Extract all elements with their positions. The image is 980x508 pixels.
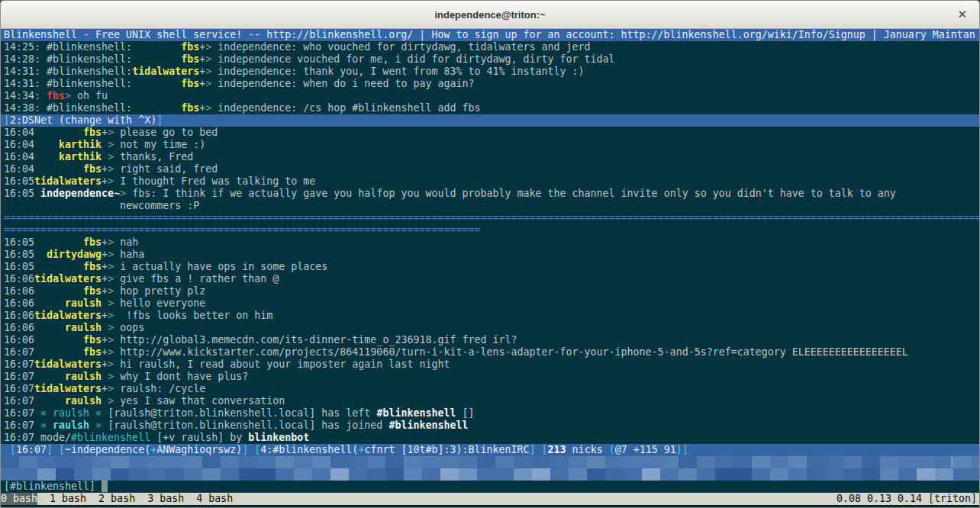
text-segment: #blinkenshell <box>388 420 468 431</box>
censored-block <box>843 468 862 481</box>
text-segment: + <box>102 383 108 394</box>
text-segment: raulsh <box>65 395 102 407</box>
censored-block <box>37 456 56 468</box>
text-segment: 16:07 <box>4 420 40 431</box>
chat-line: 16:07tidalwaters+> raulsh: /cycle <box>1 383 979 395</box>
window-title: independence@triton:~ <box>434 9 545 21</box>
text-segment: nah <box>114 236 138 248</box>
input-line[interactable]: [#blinkenshell] <box>1 481 979 493</box>
chat-line: 16:07tidalwaters+> hi raulsh, I read abo… <box>1 358 979 371</box>
censored-block <box>770 456 788 468</box>
chat-line: 14:31: #blinkenshell: fbs+> independence… <box>1 78 979 90</box>
text-segment: fbs <box>47 90 65 101</box>
text-segment: 14:25: #blinkenshell: <box>4 41 132 53</box>
text-segment: nicks <box>566 444 609 455</box>
chat-line: 16:05 dirtydawg+> haha <box>1 249 979 261</box>
text-segment: 16:07 <box>4 383 34 394</box>
text-segment: give fbs a ! rather than @ <box>114 273 279 285</box>
censored-block <box>770 468 788 481</box>
text-segment: 14:31: #blinkenshell: <box>4 66 132 77</box>
text-segment: > <box>108 175 114 187</box>
text-segment: ========================================… <box>4 212 979 223</box>
text-segment: > <box>108 151 114 162</box>
censored-block <box>459 468 477 481</box>
text-segment: [ <box>536 444 548 455</box>
chat-line: 16:06 raulsh > hello everyone <box>1 297 979 310</box>
text-segment: not my time :) <box>114 139 205 150</box>
chat-line: 14:38: #blinkenshell: fbs+> independence… <box>1 102 979 114</box>
text-segment: 14:38: #blinkenshell: <box>4 102 132 114</box>
screen-window-item: 3 bash <box>135 493 184 505</box>
chat-line: 14:28: #blinkenshell: fbs+> independence… <box>1 53 979 66</box>
text-segment: tidalwaters <box>132 66 199 77</box>
text-segment: raulsh <box>65 322 102 333</box>
censored-block <box>312 468 330 481</box>
text-segment: [raulsh@triton.blinkenshell.local] has l… <box>102 407 376 419</box>
text-segment: 16:06 <box>4 334 83 346</box>
text-segment: right said, fred <box>114 163 218 175</box>
text-segment: + <box>102 273 108 285</box>
censored-block <box>129 456 147 468</box>
text-segment: fbs <box>83 163 102 175</box>
text-segment: > <box>108 297 114 309</box>
censored-block <box>898 456 917 468</box>
text-segment: karthik <box>59 151 102 162</box>
chat-line: 14:34: fbs> oh fu <box>1 90 979 102</box>
text-segment: ] <box>156 114 163 126</box>
censored-block <box>257 468 276 481</box>
censored-block <box>825 456 843 468</box>
text-segment: oh fu <box>71 90 108 101</box>
chat-line: 16:06tidalwaters+> !fbs looks better on … <box>1 310 979 322</box>
chat-line: 16:04 karthik > not my time :) <box>1 139 979 151</box>
text-segment: > <box>108 322 114 333</box>
text-segment: tidalwaters <box>34 273 102 285</box>
censored-block <box>276 468 294 481</box>
text-segment: tidalwaters <box>34 175 102 187</box>
text-segment: > <box>108 383 114 394</box>
text-segment: [raulsh@triton.blinkenshell.local] has j… <box>102 420 388 431</box>
censored-block <box>147 468 166 481</box>
censored-block <box>862 456 880 468</box>
censored-block <box>166 468 184 481</box>
censored-block <box>239 468 257 481</box>
censored-block <box>221 468 239 481</box>
censored-block <box>111 456 129 468</box>
screen-window-item: 0 bash <box>1 493 37 505</box>
text-segment: 16:05 <box>4 261 83 272</box>
chat-line: ========================================… <box>1 224 979 236</box>
censored-block <box>807 456 825 468</box>
text-segment: > <box>108 334 114 346</box>
text-segment: 16:07 <box>4 346 83 358</box>
text-segment: 16:06 <box>4 310 34 321</box>
text-segment: [+v raulsh] by <box>150 432 248 443</box>
censored-block <box>514 456 532 468</box>
censored-block <box>111 468 129 481</box>
text-segment: 14:31: #blinkenshell: <box>4 78 132 89</box>
chat-line: 16:05 fbs+> i actually have ops in some … <box>1 261 979 273</box>
chat-line: 16:04 fbs+> please go to bed <box>1 127 979 139</box>
censored-block <box>221 456 239 468</box>
text-segment: independence vouched for me, i did for d… <box>211 53 614 65</box>
close-icon: ✕ <box>957 8 967 21</box>
text-segment: 16:07 <box>4 371 65 382</box>
text-segment: ] <box>682 444 688 455</box>
text-segment: > <box>108 371 114 382</box>
text-segment <box>102 322 108 333</box>
text-segment: tidalwaters <box>34 383 102 394</box>
text-segment: tidalwaters <box>34 310 102 321</box>
text-segment: 213 <box>548 444 566 455</box>
text-segment: [ <box>53 444 65 455</box>
chat-line: ========================================… <box>1 212 979 224</box>
text-segment: 16:06 <box>4 322 65 333</box>
text-segment: > <box>108 236 114 248</box>
censored-block <box>935 468 953 481</box>
close-button[interactable]: ✕ <box>957 1 967 28</box>
censored-block <box>422 456 440 468</box>
topic-text: Blinkenshell - Free UNIX shell service! … <box>4 29 975 40</box>
censored-block <box>514 468 532 481</box>
text-segment: independence <box>40 188 114 199</box>
text-segment: 16:07 <box>4 395 65 407</box>
censored-block <box>56 456 74 468</box>
text-segment: 16:06 <box>4 273 34 285</box>
text-segment: #blinkenshell <box>71 432 150 443</box>
